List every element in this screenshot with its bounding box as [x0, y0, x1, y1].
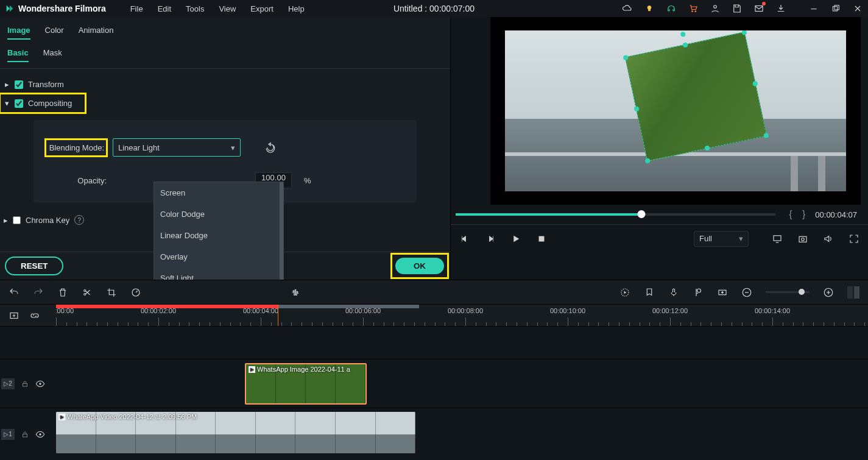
section-compositing[interactable]: ▾ Compositing — [0, 94, 85, 113]
compositing-checkbox[interactable] — [15, 99, 23, 108]
timeline-toolbar — [0, 280, 868, 304]
fullscreen-icon[interactable] — [849, 233, 859, 244]
tab-animation[interactable]: Animation — [79, 26, 114, 40]
menu-view[interactable]: View — [219, 4, 236, 13]
reset-blending-icon[interactable] — [265, 142, 276, 153]
cart-icon[interactable] — [688, 3, 699, 14]
redo-icon[interactable] — [33, 287, 44, 298]
svg-point-24 — [39, 433, 41, 435]
undo-icon[interactable] — [9, 287, 19, 298]
speed-icon[interactable] — [130, 287, 141, 298]
timeline-ruler[interactable]: 00:00:00:0000:00:02:0000:00:04:0000:00:0… — [56, 305, 868, 326]
inspector-panel: Image Color Animation Basic Mask ▸ Trans… — [0, 17, 451, 280]
audio-edit-icon[interactable] — [290, 287, 301, 298]
download-icon[interactable] — [775, 3, 786, 14]
display-icon[interactable] — [772, 233, 783, 244]
menu-tools[interactable]: Tools — [186, 4, 204, 13]
section-transform[interactable]: ▸ Transform — [0, 75, 450, 94]
playhead[interactable] — [278, 305, 278, 326]
blending-option-soft-light[interactable]: Soft Light — [154, 267, 283, 280]
section-label: Compositing — [28, 99, 72, 108]
dropdown-scrollbar[interactable] — [280, 182, 283, 280]
blending-mode-select[interactable]: Linear Light — [113, 138, 241, 157]
crop-icon[interactable] — [106, 287, 117, 298]
idea-icon[interactable] — [644, 3, 655, 14]
scrubber[interactable] — [456, 213, 775, 216]
blending-option-screen[interactable]: Screen — [154, 182, 283, 203]
cloud-icon[interactable] — [622, 3, 633, 14]
voiceover-icon[interactable] — [668, 287, 679, 298]
svg-point-12 — [84, 289, 86, 291]
add-track-icon[interactable] — [9, 310, 19, 321]
reset-button[interactable]: RESET — [5, 257, 63, 275]
save-icon[interactable] — [732, 3, 743, 14]
menubar: File Edit Tools View Export Help — [130, 4, 305, 13]
render-preview-icon[interactable] — [619, 287, 630, 298]
clip-video[interactable]: ▶WhateApp Video 2022-04-12 at 2.09.56 PM — [56, 412, 415, 453]
blending-option-linear-dodge[interactable]: Linear Dodge — [154, 225, 283, 246]
step-forward-icon[interactable] — [485, 233, 496, 244]
menu-help[interactable]: Help — [288, 4, 305, 13]
ruler-label: 00:00:08:00 — [448, 307, 483, 314]
user-icon[interactable] — [710, 3, 721, 14]
play-icon[interactable] — [510, 233, 521, 244]
clip-image[interactable]: ▶WhatsApp Image 2022-04-11 a — [245, 363, 367, 405]
maximize-icon[interactable] — [830, 3, 841, 14]
rotate-handle[interactable] — [680, 31, 685, 37]
stop-icon[interactable] — [536, 233, 547, 244]
blending-option-overlay[interactable]: Overlay — [154, 246, 283, 267]
svg-point-22 — [39, 383, 41, 384]
delete-icon[interactable] — [57, 287, 68, 298]
eye-icon[interactable] — [35, 379, 45, 389]
ok-button[interactable]: OK — [395, 258, 444, 274]
zoom-slider[interactable] — [766, 291, 810, 293]
timeline-view-toggle[interactable] — [847, 286, 859, 299]
in-out-markers[interactable]: { } — [789, 209, 809, 220]
marker-icon[interactable] — [644, 287, 655, 298]
snapshot-icon[interactable] — [797, 233, 808, 244]
lock-icon[interactable] — [21, 380, 29, 388]
menu-file[interactable]: File — [130, 4, 143, 13]
subtab-basic[interactable]: Basic — [7, 48, 29, 62]
step-back-icon[interactable] — [459, 233, 470, 244]
app-title: Wondershare Filmora — [18, 4, 106, 13]
menu-edit[interactable]: Edit — [158, 4, 171, 13]
title-bar: Wondershare Filmora File Edit Tools View… — [0, 0, 868, 17]
blending-option-color-dodge[interactable]: Color Dodge — [154, 203, 283, 225]
zoom-out-icon[interactable] — [741, 287, 752, 298]
preview-frame[interactable] — [505, 30, 845, 192]
tab-image[interactable]: Image — [7, 26, 30, 40]
mixer-icon[interactable] — [693, 287, 704, 298]
volume-icon[interactable] — [823, 233, 834, 244]
section-label: Chroma Key — [26, 216, 69, 225]
ruler-row: 00:00:00:0000:00:02:0000:00:04:0000:00:0… — [0, 304, 868, 326]
app-logo-icon — [5, 4, 15, 13]
split-icon[interactable] — [82, 287, 93, 298]
track-label: ▷1 — [1, 429, 15, 440]
mail-icon[interactable] — [753, 3, 764, 14]
opacity-unit: % — [304, 176, 311, 185]
minimize-icon[interactable] — [808, 3, 819, 14]
subtab-mask[interactable]: Mask — [43, 48, 62, 62]
clip-title-text: WhateApp Video 2022-04-12 at 2.09.56 PM — [67, 413, 197, 420]
overlay-clip[interactable] — [625, 32, 767, 161]
preview-panel: { } 00:00:04:07 Full — [451, 17, 868, 280]
link-icon[interactable] — [29, 310, 40, 321]
close-icon[interactable] — [852, 3, 863, 14]
help-icon[interactable]: ? — [74, 215, 84, 225]
chroma-key-checkbox[interactable] — [13, 216, 21, 224]
zoom-in-icon[interactable] — [823, 287, 834, 298]
tab-color[interactable]: Color — [45, 26, 64, 40]
tracks-area: ▷2 ▶WhatsApp Image 2022-04-11 a ▷1 ▶What… — [0, 326, 868, 460]
svg-rect-23 — [23, 434, 27, 437]
eye-icon[interactable] — [35, 430, 45, 439]
keyframe-icon[interactable] — [717, 287, 728, 298]
menu-export[interactable]: Export — [250, 4, 273, 13]
svg-rect-21 — [23, 383, 27, 386]
quality-select[interactable]: Full — [694, 231, 749, 247]
headset-icon[interactable] — [666, 3, 677, 14]
inspector-subtabs: Basic Mask — [0, 44, 450, 69]
transform-checkbox[interactable] — [15, 80, 23, 89]
svg-rect-6 — [833, 7, 837, 11]
lock-icon[interactable] — [21, 430, 29, 439]
